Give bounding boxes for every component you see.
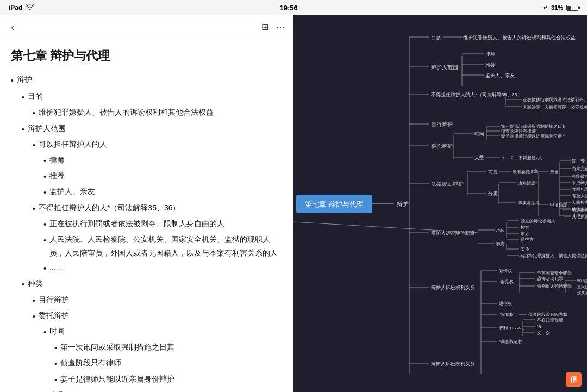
list-item: • 不得担任辩护人的人*（司法解释35、36） [11,201,283,216]
svg-text:维护犯罪嫌疑人、被告人的诉讼权利和其他合法权益: 维护犯罪嫌疑人、被告人的诉讼权利和其他合法权益 [463,35,576,40]
svg-text:有重大社会影响的案件: 有重大社会影响的案件 [572,194,587,198]
svg-text:知情权: 知情权 [499,269,512,273]
svg-text:第一次讯问或采取强制措施之日其: 第一次讯问或采取强制措施之日其 [501,124,566,129]
list-item: • 辩护 [11,73,283,88]
svg-text:为犯罪嫌疑人、被告人提供法律帮助: 为犯罪嫌疑人、被告人提供法律帮助 [528,253,587,258]
svg-text:重大社会影响: 重大社会影响 [577,285,587,289]
svg-text:律师: 律师 [485,51,495,57]
main-content: ‹ ⊞ ⋯ 第七章 辩护与代理 • 辩护 • [0,15,587,392]
svg-text:人民检察院建议的案件: 人民检察院建议的案件 [572,200,587,205]
item-text: 委托辩护 [39,309,69,322]
left-header: ‹ ⊞ ⋯ [0,15,294,39]
list-item: • 种类 [11,277,283,291]
svg-text:人民法院、人民检察院、公安机关、国家安全机关、监狱的现职人员: 人民法院、人民检察院、公安机关、国家安全机关、监狱的现职人员，人民陪审员，外国人… [523,105,587,110]
item-text: 律师 [49,153,65,167]
bullet-marker: • [43,234,46,247]
svg-text:妻子是律师只能以近亲属身份辩护: 妻子是律师只能以近亲属身份辩护 [501,134,566,139]
svg-text:自行辩护: 自行辩护 [431,121,453,127]
svg-text:应当: 应当 [550,170,559,175]
svg-text:目的: 目的 [431,34,442,40]
svg-text:职责: 职责 [496,241,505,246]
bullet-marker: • [54,374,57,387]
svg-text:未成年人，熟悉未成年人身心特点的: 未成年人，熟悉未成年人身心特点的 [572,181,587,185]
item-text: 人数 [49,388,65,392]
right-panel: 第七章 辩护与代理 辩护 目的 维护犯罪嫌疑人、被告人的诉讼权利和其他合法权益 … [294,15,587,392]
more-icon[interactable]: ⋯ [276,22,285,32]
list-item: • 妻子是律师只能以近亲属身份辩护 [11,372,283,387]
svg-text:*调查取证权: *调查取证权 [499,339,522,344]
list-item: • 人民法院、人民检察院、公安机关、国家安全机关、监狱的现职人员，人民陪审员，外… [11,233,283,260]
header-icons: ⊞ ⋯ [261,22,285,32]
mindmap-svg: 第七章 辩护与代理 辩护 目的 维护犯罪嫌疑人、被告人的诉讼权利和其他合法权益 … [294,15,587,392]
left-panel: ‹ ⊞ ⋯ 第七章 辩护与代理 • 辩护 • [0,15,294,392]
svg-text:通知指派*: 通知指派* [518,181,537,185]
svg-text:正在被执行刑罚或者依法被剥夺、限制人身自由的人: 正在被执行刑罚或者依法被剥夺、限制人身自由的人 [523,97,587,102]
ipad-label: iPad [9,4,22,11]
bullet-marker: • [33,107,35,120]
svg-text:控方: 控方 [521,225,529,230]
list-item: • 正在被执行刑罚或者依法被剥夺、限制人身自由的人 [11,217,283,232]
list-item: • 律师 [11,153,283,168]
status-time: 19:56 [280,4,298,12]
item-text: 妻子是律师只能以近亲属身份辩护 [60,372,174,386]
document-title: 第七章 辩护与代理 [0,39,294,71]
svg-text:时间: 时间 [474,131,484,136]
svg-text:特别重大贿赂犯罪: 特别重大贿赂犯罪 [537,284,572,289]
item-text: 正在被执行刑罚或者依法被剥夺、限制人身自由的人 [49,217,224,231]
svg-text:危害国家安全犯罪: 危害国家安全犯罪 [537,271,572,276]
svg-text:推荐: 推荐 [485,62,495,67]
content-list: • 辩护 • 目的 • 维护犯罪嫌疑人、被告人的诉讼权利和其他合法权益 [11,73,283,392]
bullet-marker: • [33,294,35,308]
bullet-marker: • [43,170,46,184]
svg-text:涉及国家重大利益: 涉及国家重大利益 [577,291,587,295]
bullet-marker: • [54,357,57,371]
svg-text:通信权: 通信权 [499,301,512,306]
svg-text:实质: 实质 [521,247,529,252]
item-text: 监护人、亲友 [49,185,95,198]
svg-text:辩护人诉讼权利义务: 辩护人诉讼权利义务 [431,361,475,366]
list-item: • 目的 [11,90,283,104]
item-text: 推荐 [49,169,65,183]
battery-percent: 31% [551,4,563,11]
list-item: • 监护人、亲友 [11,185,283,200]
svg-text:共同犯罪，其他被告人已委托辩护人的: 共同犯罪，其他被告人已委托辩护人的 [572,187,587,192]
item-text: 侦查阶段只有律师 [60,356,121,370]
svg-text:法: 法 [537,324,541,329]
watermark-badge: 值 [566,372,582,387]
list-item: • ...... [11,261,283,276]
bullet-marker: • [43,218,46,232]
svg-text:尚未完全丧失辨认或者控制自己行为能力的精神病人: 尚未完全丧失辨认或者控制自己行为能力的精神病人 [572,166,587,171]
list-item: • 辩护人范围 [11,122,283,136]
bullet-marker: • [54,341,57,355]
bullet-marker: • [11,74,14,88]
list-item: • 第一次讯问或采取强制措施之日其 [11,340,283,355]
item-text: 第一次讯问或采取强制措施之日其 [60,340,174,354]
bullet-marker: • [22,278,24,291]
svg-text:独立的诉讼参与人: 独立的诉讼参与人 [521,219,555,223]
item-text: 时间 [49,325,65,338]
list-item: • 目行辩护 [11,293,283,308]
grid-icon[interactable]: ⊞ [261,22,268,32]
svg-text:１－２，不得超过2人: １－２，不得超过2人 [501,155,542,160]
back-button[interactable]: ‹ [9,18,17,35]
bullet-marker: • [43,154,46,168]
item-text: 目的 [28,90,43,103]
bullet-marker: • [43,186,46,200]
center-node-text: 第七章 辩护与代理 [305,200,364,208]
svg-text:辩护方: 辩护方 [521,237,534,242]
bullet-marker: • [22,91,24,104]
bullet-marker: • [43,262,46,276]
item-text: 可以担任辩护人的人 [39,138,107,151]
svg-text:地位: 地位 [496,228,505,233]
svg-text:侦查阶段只有律师: 侦查阶段只有律师 [501,129,536,134]
svg-text:事实与法律: 事实与法律 [518,201,540,206]
svg-text:恐怖活动犯罪: 恐怖活动犯罪 [536,276,563,281]
item-text: 辩护人范围 [28,122,66,135]
svg-text:申请指派: 申请指派 [550,202,567,207]
item-text: ...... [49,261,62,275]
svg-text:"阅卷权": "阅卷权" [499,312,515,317]
svg-text:法律援助辩护: 法律援助辩护 [431,181,464,187]
branch-bianhu: 辩护 [397,201,409,207]
svg-text:不在犯罪现场: 不在犯罪现场 [537,318,563,322]
bullet-marker: • [43,326,46,339]
